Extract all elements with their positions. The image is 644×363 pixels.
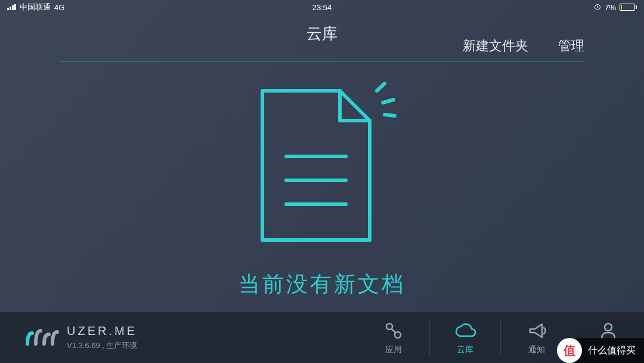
nav-cloud-label: 云库 (457, 344, 473, 355)
manage-button[interactable]: 管理 (558, 37, 584, 55)
network-label: 4G (54, 3, 64, 12)
nav-cloud[interactable]: 云库 (429, 312, 501, 363)
empty-message: 当前没有新文档 (239, 270, 405, 299)
new-folder-button[interactable]: 新建文件夹 (463, 37, 528, 55)
brand-block: UZER.ME V1.3.6.69 , 生产环境 (0, 324, 358, 351)
svg-line-5 (383, 100, 394, 103)
svg-line-6 (385, 115, 395, 116)
nav-apps[interactable]: 应用 (358, 312, 429, 363)
brand-name: UZER.ME (67, 324, 138, 338)
cloud-icon (454, 321, 476, 341)
status-right: 7% (594, 3, 637, 12)
battery-icon (620, 4, 637, 11)
megaphone-icon (527, 321, 547, 341)
nav-notify-label: 通知 (528, 344, 545, 355)
battery-percent: 7% (605, 3, 616, 12)
header-actions: 新建文件夹 管理 (463, 37, 584, 55)
brand-logo-icon (24, 326, 60, 350)
watermark-badge: 值 (557, 338, 582, 363)
status-bar: 中国联通 4G 23:54 7% (0, 0, 644, 14)
watermark: 值 什么值得买 (569, 338, 644, 363)
apps-icon (383, 321, 404, 341)
empty-state: 当前没有新文档 (0, 72, 644, 312)
nav-apps-label: 应用 (385, 344, 402, 355)
svg-point-9 (605, 324, 612, 331)
page-title: 云库 (306, 23, 338, 44)
status-left: 中国联通 4G (7, 2, 64, 13)
page-header: 云库 新建文件夹 管理 (60, 14, 584, 62)
brand-version: V1.3.6.69 , 生产环境 (67, 340, 138, 351)
document-icon (244, 79, 400, 252)
svg-line-4 (377, 84, 385, 91)
signal-icon (7, 4, 16, 10)
clock: 23:54 (312, 3, 332, 12)
bottom-bar: UZER.ME V1.3.6.69 , 生产环境 应用 云库 通知 (0, 312, 644, 363)
watermark-text: 什么值得买 (588, 344, 636, 357)
rotation-lock-icon (594, 4, 601, 11)
carrier-label: 中国联通 (20, 2, 51, 13)
